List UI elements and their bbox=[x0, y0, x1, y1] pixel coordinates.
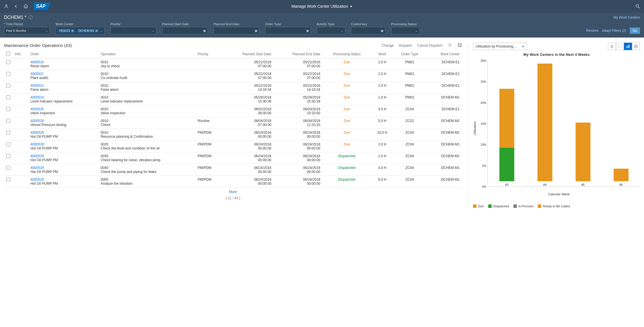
order-link[interactable]: 4000520 bbox=[30, 60, 96, 64]
bar-segment-due[interactable] bbox=[499, 89, 514, 147]
token[interactable]: HEM-E1 ⊗ bbox=[58, 29, 75, 33]
order-link[interactable]: 4000529 bbox=[30, 154, 96, 158]
priority-select[interactable]: ⌄ bbox=[111, 27, 156, 34]
col-work-center[interactable]: Work Center bbox=[426, 50, 462, 58]
col-work[interactable]: Work bbox=[371, 50, 393, 58]
order-link[interactable]: 4000521 bbox=[30, 72, 96, 76]
bar-column[interactable]: 46 bbox=[608, 61, 634, 186]
row-checkbox[interactable] bbox=[6, 72, 10, 76]
pstart-time: 07:00:00 bbox=[225, 123, 271, 127]
svg-rect-6 bbox=[627, 46, 627, 48]
row-checkbox[interactable] bbox=[6, 107, 10, 111]
pend-time: 07:00:00 bbox=[276, 76, 320, 80]
table-row[interactable]: 4000528Vessel Pressure testing0010CheckR… bbox=[4, 117, 462, 129]
row-checkbox[interactable] bbox=[6, 166, 10, 170]
table-row[interactable]: 4000520Reset Alarm0010Jey to check05/22/… bbox=[4, 58, 462, 70]
row-checkbox[interactable] bbox=[6, 95, 10, 99]
select-all-checkbox[interactable] bbox=[6, 52, 10, 56]
order-link[interactable]: 4000529 bbox=[30, 166, 96, 170]
table-row[interactable]: 4000521Plant audit10010Co-ordinate Audit… bbox=[4, 70, 462, 82]
col-order-type[interactable]: Order Type bbox=[393, 50, 426, 58]
user-icon[interactable] bbox=[3, 3, 9, 9]
col-planned-start[interactable]: Planned Start Date bbox=[223, 50, 274, 58]
dispatch-button[interactable]: Dispatch bbox=[399, 44, 412, 48]
order-link[interactable]: 4000524 bbox=[30, 95, 96, 99]
col-planned-end[interactable]: Planned End Date bbox=[273, 50, 322, 58]
row-checkbox[interactable] bbox=[6, 84, 10, 88]
work-cell: 1.0 H bbox=[371, 152, 393, 164]
planned-start-input[interactable]: ▣ bbox=[162, 27, 208, 34]
back-icon[interactable] bbox=[13, 3, 19, 9]
view-expand-icon[interactable]: ⛶ bbox=[616, 43, 624, 50]
order-type-input[interactable]: ▣ bbox=[265, 27, 311, 34]
table-row[interactable]: 4000522False alarm0010False alarm05/22/2… bbox=[4, 82, 462, 94]
my-work-centers-link[interactable]: My Work Centers bbox=[614, 15, 640, 19]
table-row[interactable]: 4000529Hot Oil PUMP PM0030Check bearing … bbox=[4, 152, 462, 164]
work-center-input[interactable]: HEM-E1 ⊗ DCHEM-M1 ⊗ ⌄ bbox=[56, 27, 105, 34]
row-checkbox[interactable] bbox=[6, 131, 10, 135]
value-help-icon[interactable]: ▣ bbox=[306, 29, 309, 33]
work-center-cell: DCHEM-M1 bbox=[426, 129, 462, 141]
operation-number: 0050 bbox=[101, 178, 193, 182]
change-button[interactable]: Change bbox=[382, 44, 394, 48]
value-help-icon[interactable]: ▣ bbox=[203, 29, 206, 33]
shell-title[interactable]: Manage Work Center Utilization ▼ bbox=[292, 4, 352, 9]
processing-status-select[interactable]: ⌄ bbox=[391, 27, 420, 34]
order-link[interactable]: 4000529 bbox=[30, 131, 96, 135]
value-help-icon[interactable]: ▣ bbox=[255, 29, 257, 33]
restore-link[interactable]: Restore bbox=[586, 29, 598, 33]
adapt-filters-link[interactable]: Adapt Filters (2) bbox=[602, 29, 626, 33]
order-link[interactable]: 4000529 bbox=[30, 178, 96, 182]
chart-measure-select[interactable]: Utilization by Processing… ▼ bbox=[473, 43, 527, 50]
value-help-icon[interactable]: ▣ bbox=[381, 29, 383, 33]
order-link[interactable]: 4000522 bbox=[30, 84, 96, 88]
bar-column[interactable]: 43 bbox=[493, 61, 520, 186]
token[interactable]: DCHEM-M1 ⊗ bbox=[77, 29, 99, 33]
row-checkbox[interactable] bbox=[6, 60, 10, 64]
table-row[interactable]: 4000525Valve inspection0010Valve inspect… bbox=[4, 105, 462, 117]
more-link[interactable]: More bbox=[4, 188, 462, 196]
time-period-select[interactable]: Past 6 Months ⌄ bbox=[4, 27, 50, 34]
order-link[interactable]: 4000525 bbox=[30, 107, 96, 111]
pstart-date: 05/28/2018 bbox=[225, 95, 271, 99]
activity-type-select[interactable]: ⌄ bbox=[317, 27, 345, 34]
work-cell: 2.0 H bbox=[371, 70, 393, 82]
view-chart-icon[interactable] bbox=[624, 43, 632, 50]
order-link[interactable]: 4000529 bbox=[30, 142, 96, 146]
cancel-dispatch-button[interactable]: Cancel Dispatch bbox=[417, 44, 442, 48]
bar-segment-due[interactable] bbox=[537, 64, 552, 181]
col-order[interactable]: Order bbox=[28, 50, 98, 58]
col-processing-status[interactable]: Processing Status bbox=[322, 50, 371, 58]
row-checkbox[interactable] bbox=[6, 178, 10, 182]
row-checkbox[interactable] bbox=[6, 142, 10, 146]
col-priority[interactable]: Priority bbox=[195, 50, 223, 58]
work-center-cell: DCHEM-M1 bbox=[426, 94, 462, 105]
table-row[interactable]: 4000529Hot Oil PUMP PM0020Check the leve… bbox=[4, 141, 462, 152]
col-operation[interactable]: Operation bbox=[98, 50, 195, 58]
variant-selector[interactable]: DCHEM1 * ⌄ bbox=[4, 15, 33, 20]
home-icon[interactable] bbox=[23, 3, 29, 9]
bar-column[interactable]: 44 bbox=[531, 61, 558, 186]
view-table-icon[interactable] bbox=[632, 43, 640, 50]
export-icon[interactable] bbox=[457, 43, 462, 48]
row-checkbox[interactable] bbox=[6, 119, 10, 123]
x-tick: 44 bbox=[543, 183, 546, 186]
table-row[interactable]: 4000524Level indicator replacement0010Le… bbox=[4, 94, 462, 105]
status-text: Due bbox=[344, 119, 350, 123]
row-checkbox[interactable] bbox=[6, 154, 10, 158]
control-key-input[interactable]: ▣ bbox=[351, 27, 385, 34]
table-row[interactable]: 4000529Hot Oil PUMP PM0010Resource plann… bbox=[4, 129, 462, 141]
bar-column[interactable]: 45 bbox=[570, 61, 596, 186]
planned-end-input[interactable]: ▣ bbox=[214, 27, 259, 34]
order-link[interactable]: 4000528 bbox=[30, 119, 96, 123]
settings-icon[interactable] bbox=[448, 43, 452, 48]
view-list-icon[interactable]: ☰ bbox=[608, 43, 616, 50]
col-info[interactable]: Info bbox=[13, 50, 28, 58]
bar-segment-due[interactable] bbox=[576, 123, 590, 181]
bar-segment-dispatched[interactable] bbox=[499, 148, 514, 181]
table-row[interactable]: 4000529Hot Oil PUMP PM0050Analyze the vi… bbox=[4, 176, 462, 188]
table-row[interactable]: 4000529Hot Oil PUMP PM0040Check the pump… bbox=[4, 164, 462, 176]
bar-segment-due[interactable] bbox=[614, 169, 629, 181]
go-button[interactable]: Go bbox=[630, 27, 640, 34]
search-icon[interactable] bbox=[635, 3, 641, 9]
